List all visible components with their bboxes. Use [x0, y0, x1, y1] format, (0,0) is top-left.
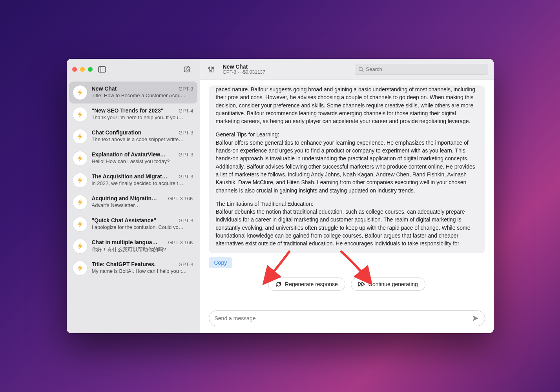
copy-button[interactable]: Copy [209, 257, 233, 268]
content-area: paced nature. Balfour suggests going bro… [200, 80, 494, 333]
toggle-sidebar-button[interactable] [97, 65, 108, 74]
header-subtitle: GPT-3 · ~$0.031137 [223, 70, 265, 75]
sidebar-chat-item[interactable]: "New SEO Trends for 2023"GPT-4Thank you!… [69, 103, 197, 125]
continue-button[interactable]: Continue generating [351, 278, 425, 291]
svg-point-6 [210, 70, 212, 71]
chat-item-title: Acquiring and Migratin… [92, 195, 165, 201]
composer[interactable] [209, 310, 485, 326]
bolt-icon [73, 195, 87, 209]
svg-marker-11 [359, 282, 361, 286]
sidebar-chat-item[interactable]: Chat ConfigurationGPT-3The text above is… [69, 125, 197, 147]
chat-item-preview: Advait's Newsletter… [92, 202, 193, 208]
minimize-window-button[interactable] [80, 67, 85, 72]
chat-item-preview: My name is BoltAI. How can I help you t… [92, 268, 193, 274]
send-icon[interactable] [472, 315, 479, 322]
chat-item-model: GPT-3 [179, 218, 193, 223]
chat-item-title: "New SEO Trends for 2023" [92, 107, 175, 114]
bolt-icon [73, 85, 87, 100]
sidebar-chat-item[interactable]: The Acquisition and Migrat…GPT-3in 2022,… [69, 169, 197, 191]
chat-item-model: GPT-3 [179, 174, 193, 180]
main-toolbar: New Chat GPT-3 · ~$0.031137 [200, 59, 494, 80]
continue-label: Continue generating [368, 281, 418, 287]
sidebar-chat-item[interactable]: New ChatGPT-3Title: How to Become a Cust… [69, 82, 197, 103]
chat-item-preview: Thank you! I'm here to help you. If you… [92, 114, 193, 120]
bolt-icon [73, 129, 87, 143]
composer-row [200, 307, 494, 333]
close-window-button[interactable] [72, 67, 77, 72]
chat-item-model: GPT-3 [179, 152, 193, 158]
message-input[interactable] [215, 315, 468, 321]
assistant-message: paced nature. Balfour suggests going bro… [209, 85, 485, 253]
bolt-icon [73, 217, 87, 231]
chat-item-preview: Title: How to Become a Customer Acqu… [92, 93, 193, 98]
svg-line-10 [362, 70, 363, 72]
regenerate-button[interactable]: Regenerate response [268, 278, 345, 291]
search-icon [358, 67, 364, 72]
sidebar-chat-item[interactable]: Explanation of AvatarView…GPT-3Hello! Ho… [69, 147, 197, 169]
settings-button[interactable] [206, 65, 217, 74]
action-row: Regenerate response Continue generating [209, 278, 485, 291]
chat-item-model: GPT-3 [179, 86, 193, 92]
bolt-icon [73, 107, 87, 122]
sidebar: New ChatGPT-3Title: How to Become a Cust… [67, 59, 200, 333]
chat-item-model: GPT-4 [179, 108, 193, 114]
bolt-icon [73, 151, 87, 165]
chat-item-model: GPT-3 [179, 261, 193, 267]
fast-forward-icon [358, 281, 365, 287]
svg-point-4 [208, 67, 210, 69]
message-paragraph: paced nature. Balfour suggests going bro… [216, 85, 478, 125]
app-window: New ChatGPT-3Title: How to Become a Cust… [67, 59, 494, 333]
refresh-icon [275, 281, 282, 287]
header-title: New Chat [223, 64, 265, 70]
svg-point-9 [359, 67, 362, 71]
svg-rect-0 [98, 67, 105, 72]
svg-point-8 [212, 67, 214, 69]
message-scroll[interactable]: paced nature. Balfour suggests going bro… [200, 80, 494, 307]
chat-item-title: Title: ChatGPT Features. [92, 261, 175, 267]
bolt-icon [73, 239, 87, 253]
message-paragraph: General Tips for Learning: Balfour offer… [216, 131, 478, 194]
chat-item-title: Explanation of AvatarView… [92, 151, 175, 158]
chat-item-preview: Hello! How can I assist you today? [92, 158, 193, 164]
chat-item-preview: The text above is a code snippet writte… [92, 136, 193, 142]
window-controls [72, 67, 93, 72]
main-pane: New Chat GPT-3 · ~$0.031137 paced nature… [200, 59, 494, 333]
chat-item-title: Chat in multiple langua… [92, 239, 165, 245]
chat-item-title: The Acquisition and Migrat… [92, 173, 175, 180]
search-input[interactable] [366, 66, 485, 72]
chat-item-title: New Chat [92, 85, 175, 92]
sidebar-chat-item[interactable]: Title: ChatGPT Features.GPT-3My name is … [69, 257, 197, 279]
svg-marker-12 [362, 282, 365, 286]
chat-item-title: Chat Configuration [92, 129, 175, 136]
chat-item-preview: 你好！有什么我可以帮助你的吗? [92, 246, 193, 253]
chat-item-title: "Quick Chat Assistance" [92, 217, 175, 223]
chat-item-preview: in 2022, we finally decided to acquire t… [92, 180, 193, 186]
chat-list[interactable]: New ChatGPT-3Title: How to Become a Cust… [67, 80, 200, 333]
bolt-icon [73, 261, 87, 275]
new-chat-button[interactable] [182, 65, 193, 74]
chat-item-model: GPT-3 [179, 130, 193, 136]
chat-item-model: GPT-3 16K [168, 240, 193, 245]
bolt-icon [73, 173, 87, 187]
chat-item-model: GPT-3 16K [168, 196, 193, 201]
message-paragraph: The Limitations of Traditional Education… [216, 200, 478, 248]
maximize-window-button[interactable] [88, 67, 93, 72]
sidebar-chat-item[interactable]: Chat in multiple langua…GPT-3 16K你好！有什么我… [69, 235, 197, 257]
sidebar-toolbar [67, 59, 200, 80]
sidebar-chat-item[interactable]: "Quick Chat Assistance"GPT-3I apologize … [69, 213, 197, 235]
sidebar-chat-item[interactable]: Acquiring and Migratin…GPT-3 16KAdvait's… [69, 191, 197, 213]
chat-item-preview: I apologize for the confusion. Could yo… [92, 224, 193, 230]
header-titles: New Chat GPT-3 · ~$0.031137 [223, 64, 265, 75]
search-field[interactable] [355, 64, 488, 75]
regenerate-label: Regenerate response [285, 281, 338, 287]
